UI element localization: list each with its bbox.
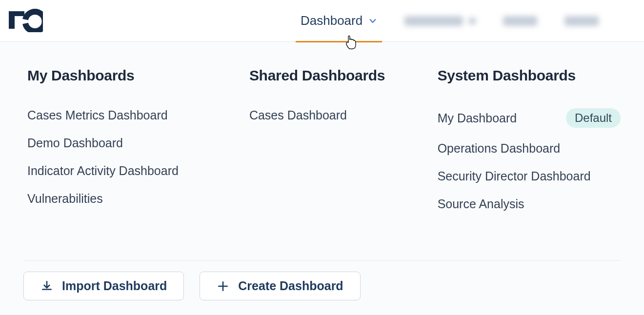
dashboard-item-my-dashboard[interactable]: My Dashboard Default — [438, 101, 621, 135]
create-dashboard-button[interactable]: Create Dashboard — [200, 272, 360, 300]
app-logo — [6, 9, 43, 34]
nav-tab-label: Dashboard — [301, 13, 362, 28]
dashboard-item-security-director[interactable]: Security Director Dashboard — [438, 162, 621, 190]
dropdown-footer: Import Dashboard Create Dashboard — [23, 260, 621, 300]
dashboard-item-demo[interactable]: Demo Dashboard — [27, 129, 230, 157]
top-bar: Dashboard — [0, 0, 644, 42]
column-title-my: My Dashboards — [27, 67, 230, 84]
default-badge: Default — [566, 108, 621, 128]
dashboard-item-operations[interactable]: Operations Dashboard — [438, 135, 621, 162]
dashboard-item-cases[interactable]: Cases Dashboard — [249, 101, 418, 129]
dashboard-item-source-analysis[interactable]: Source Analysis — [438, 190, 621, 218]
dashboard-item-cases-metrics[interactable]: Cases Metrics Dashboard — [27, 101, 230, 129]
nav-tabs: Dashboard — [298, 0, 602, 41]
column-system-dashboards: System Dashboards My Dashboard Default O… — [438, 67, 621, 218]
divider — [23, 260, 621, 261]
dashboard-dropdown-panel: My Dashboards Cases Metrics Dashboard De… — [0, 42, 644, 218]
import-dashboard-button[interactable]: Import Dashboard — [23, 272, 184, 300]
dashboard-item-indicator-activity[interactable]: Indicator Activity Dashboard — [27, 157, 230, 185]
nav-tab-dashboard[interactable]: Dashboard — [298, 0, 380, 42]
nav-tab-blurred-1[interactable] — [402, 0, 479, 42]
column-shared-dashboards: Shared Dashboards Cases Dashboard — [249, 67, 418, 218]
nav-tab-blurred-3[interactable] — [562, 0, 602, 42]
chevron-down-icon — [368, 17, 377, 25]
dashboard-item-vulnerabilities[interactable]: Vulnerabilities — [27, 185, 230, 213]
column-my-dashboards: My Dashboards Cases Metrics Dashboard De… — [27, 67, 230, 218]
nav-tab-blurred-2[interactable] — [500, 0, 540, 42]
column-title-shared: Shared Dashboards — [249, 67, 418, 84]
download-icon — [40, 280, 53, 293]
plus-icon — [217, 280, 229, 293]
column-title-system: System Dashboards — [438, 67, 621, 84]
